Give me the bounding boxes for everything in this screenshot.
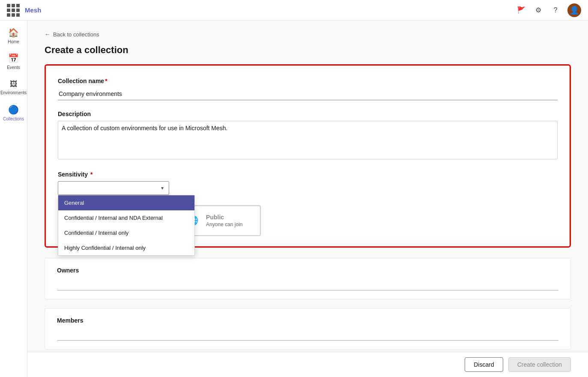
gear-icon[interactable]: ⚙ — [533, 5, 543, 15]
owners-section: Owners — [45, 258, 571, 299]
events-icon: 📅 — [8, 53, 19, 63]
collection-name-group: Collection name* — [58, 78, 558, 100]
form-card: Collection name* Description A collectio… — [45, 64, 571, 248]
sidebar-environments-label: Environments — [0, 90, 27, 96]
sensitivity-wrapper: ▾ General Confidential / Internal and ND… — [58, 181, 558, 195]
topbar: Mesh 🚩 ⚙ ? 👤 — [0, 0, 588, 21]
access-public-title: Public — [206, 214, 242, 221]
back-link[interactable]: Back to collections — [53, 31, 99, 38]
chevron-down-icon: ▾ — [161, 185, 164, 191]
sidebar: 🏠 Home 📅 Events 🖼 Environments 🔵 Collect… — [0, 21, 27, 377]
sensitivity-option-confidential-nda[interactable]: Confidential / Internal and NDA External — [58, 210, 194, 225]
members-section: Members — [45, 308, 571, 350]
page-title: Create a collection — [45, 45, 571, 56]
members-input[interactable] — [57, 328, 558, 341]
main-layout: 🏠 Home 📅 Events 🖼 Environments 🔵 Collect… — [0, 21, 588, 377]
grid-icon[interactable] — [7, 4, 20, 17]
sidebar-item-environments[interactable]: 🖼 Environments — [2, 75, 26, 99]
sensitivity-dropdown-menu: General Confidential / Internal and NDA … — [58, 195, 195, 256]
action-bar: Discard Create collection — [27, 352, 588, 377]
breadcrumb[interactable]: ← Back to collections — [45, 31, 571, 38]
sensitivity-group: Sensitivity * ▾ General Confidential / I… — [58, 171, 558, 195]
home-icon: 🏠 — [8, 27, 19, 38]
description-group: Description A collection of custom envir… — [58, 111, 558, 161]
sensitivity-label: Sensitivity * — [58, 171, 558, 178]
discard-button[interactable]: Discard — [465, 357, 503, 372]
owners-input[interactable] — [57, 278, 558, 290]
flag-icon[interactable]: 🚩 — [516, 5, 526, 15]
back-arrow-icon: ← — [45, 31, 51, 38]
owners-label: Owners — [57, 267, 558, 274]
description-label: Description — [58, 111, 558, 117]
collection-name-label: Collection name* — [58, 78, 558, 84]
environments-icon: 🖼 — [10, 80, 18, 89]
avatar[interactable]: 👤 — [567, 3, 581, 17]
members-label: Members — [57, 317, 558, 324]
sensitivity-dropdown-trigger[interactable]: ▾ — [58, 181, 169, 195]
description-textarea[interactable]: A collection of custom environments for … — [58, 121, 558, 159]
sidebar-home-label: Home — [8, 39, 19, 45]
collection-name-input[interactable] — [58, 88, 558, 100]
sidebar-item-home[interactable]: 🏠 Home — [2, 24, 26, 48]
sensitivity-option-general[interactable]: General — [58, 195, 194, 210]
sensitivity-option-highly-confidential[interactable]: Highly Confidential / Internal only — [58, 240, 194, 255]
topbar-right: 🚩 ⚙ ? 👤 — [516, 3, 581, 17]
sidebar-collections-label: Collections — [3, 117, 24, 122]
access-public-text: Public Anyone can join — [206, 214, 242, 227]
help-icon[interactable]: ? — [550, 5, 561, 15]
sidebar-item-collections[interactable]: 🔵 Collections — [2, 101, 26, 125]
sensitivity-option-confidential-internal[interactable]: Confidential / Internal only — [58, 225, 194, 240]
access-public-subtitle: Anyone can join — [206, 221, 242, 227]
topbar-left: Mesh — [7, 4, 41, 17]
collections-icon: 🔵 — [8, 105, 19, 115]
content-area: ← Back to collections Create a collectio… — [27, 21, 588, 377]
sidebar-item-events[interactable]: 📅 Events — [2, 50, 26, 74]
create-collection-button[interactable]: Create collection — [508, 357, 571, 372]
sidebar-events-label: Events — [7, 65, 20, 70]
app-title: Mesh — [25, 6, 41, 14]
